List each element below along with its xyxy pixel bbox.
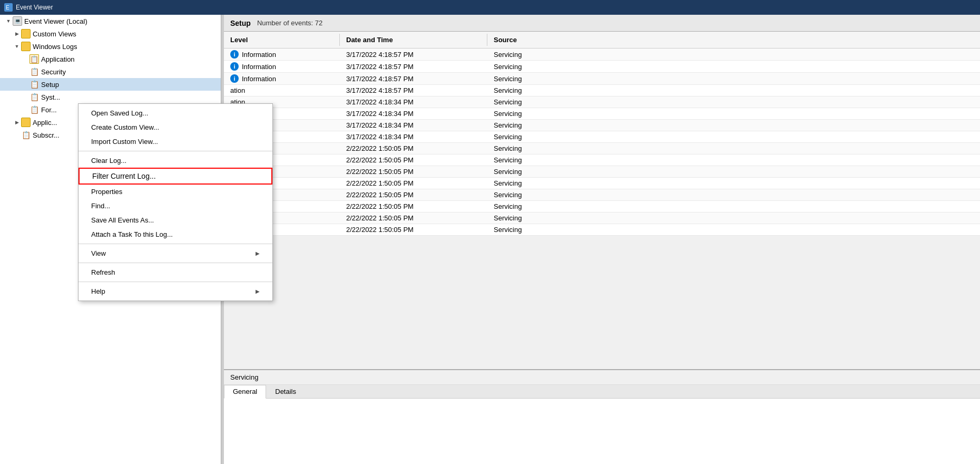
menu-label-help: Help — [91, 287, 105, 295]
table-header: Level Date and Time Source — [224, 32, 980, 49]
tree-label-forwarded: For... — [41, 106, 57, 114]
menu-label-save-all-events: Save All Events As... — [91, 216, 154, 224]
table-row[interactable]: ation2/22/2022 1:50:05 PMServicing — [224, 224, 980, 236]
title-bar-label: Event Viewer — [16, 4, 53, 11]
info-level-icon: i — [230, 62, 239, 71]
tab-general[interactable]: General — [224, 385, 266, 399]
event-datetime-cell: 3/17/2022 4:18:34 PM — [340, 120, 487, 131]
tree-root[interactable]: ▼ 💻 Event Viewer (Local) — [0, 15, 221, 27]
expand-icon-app-services: ▶ — [13, 118, 21, 127]
sidebar-item-security[interactable]: 📋 Security — [0, 65, 221, 78]
menu-item-clear-log[interactable]: Clear Log... — [79, 153, 272, 168]
menu-label-refresh: Refresh — [91, 268, 115, 276]
table-row[interactable]: ation2/22/2022 1:50:05 PMServicing — [224, 143, 980, 154]
tree-label-custom-views: Custom Views — [33, 30, 76, 38]
sidebar-item-application[interactable]: 📋 Application — [0, 53, 221, 65]
table-row[interactable]: ation3/17/2022 4:18:34 PMServicing — [224, 120, 980, 131]
event-datetime-cell: 2/22/2022 1:50:05 PM — [340, 166, 487, 177]
tree-label-subscriptions: Subscr... — [33, 131, 60, 139]
detail-content — [224, 399, 980, 464]
expand-icon-root: ▼ — [4, 17, 13, 25]
context-menu: Open Saved Log...Create Custom View...Im… — [78, 103, 273, 301]
event-source-cell: Servicing — [487, 143, 980, 154]
table-row[interactable]: iInformation3/17/2022 4:18:57 PMServicin… — [224, 61, 980, 73]
sidebar-item-windows-logs[interactable]: ▼ Windows Logs — [0, 40, 221, 53]
log-icon-security: 📋 — [30, 67, 39, 76]
tree-label-application: Application — [41, 55, 75, 63]
menu-item-save-all-events[interactable]: Save All Events As... — [79, 213, 272, 227]
tree-root-label: Event Viewer (Local) — [24, 17, 87, 25]
menu-item-refresh[interactable]: Refresh — [79, 265, 272, 279]
menu-item-create-custom-view[interactable]: Create Custom View... — [79, 120, 272, 134]
table-row[interactable]: ation2/22/2022 1:50:05 PMServicing — [224, 166, 980, 178]
table-row[interactable]: ation2/22/2022 1:50:05 PMServicing — [224, 189, 980, 201]
expand-icon-system — [21, 93, 30, 101]
event-count: Number of events: 72 — [257, 19, 322, 27]
event-level-text: Information — [242, 63, 276, 71]
table-row[interactable]: ation3/17/2022 4:18:34 PMServicing — [224, 108, 980, 120]
table-row[interactable]: iInformation3/17/2022 4:18:57 PMServicin… — [224, 49, 980, 61]
event-source-cell: Servicing — [487, 73, 980, 84]
table-row[interactable]: iInformation3/17/2022 4:18:57 PMServicin… — [224, 73, 980, 85]
title-bar: E Event Viewer — [0, 0, 980, 15]
table-row[interactable]: ation3/17/2022 4:18:34 PMServicing — [224, 96, 980, 108]
log-icon-application: 📋 — [30, 54, 39, 64]
sidebar-item-setup[interactable]: 📋 Setup — [0, 78, 221, 91]
menu-item-view[interactable]: View▶ — [79, 246, 272, 260]
expand-icon-security — [21, 67, 30, 76]
event-source-cell: Servicing — [487, 49, 980, 60]
table-row[interactable]: ation3/17/2022 4:18:34 PMServicing — [224, 131, 980, 143]
sidebar-item-custom-views[interactable]: ▶ Custom Views — [0, 27, 221, 40]
table-row[interactable]: ation3/17/2022 4:18:57 PMServicing — [224, 85, 980, 96]
event-source-cell: Servicing — [487, 108, 980, 119]
event-source-cell: Servicing — [487, 96, 980, 108]
info-level-icon: i — [230, 50, 239, 59]
event-level-text: ation — [230, 86, 245, 94]
event-source-cell: Servicing — [487, 166, 980, 177]
menu-item-help[interactable]: Help▶ — [79, 284, 272, 298]
menu-label-filter-current-log: Filter Current Log... — [92, 172, 156, 180]
log-icon-system: 📋 — [30, 92, 39, 102]
event-datetime-cell: 3/17/2022 4:18:57 PM — [340, 49, 487, 60]
menu-item-import-custom-view[interactable]: Import Custom View... — [79, 134, 272, 149]
folder-icon-custom-views — [21, 29, 31, 38]
app-icon: E — [4, 3, 13, 12]
menu-label-open-saved-log: Open Saved Log... — [91, 109, 148, 117]
event-source-cell: Servicing — [487, 61, 980, 72]
event-datetime-cell: 2/22/2022 1:50:05 PM — [340, 189, 487, 200]
menu-item-find[interactable]: Find... — [79, 199, 272, 213]
event-level-cell: ation — [224, 85, 340, 96]
log-icon-forwarded: 📋 — [30, 105, 39, 114]
event-source-cell: Servicing — [487, 131, 980, 142]
tree-label-system: Syst... — [41, 93, 60, 101]
table-row[interactable]: ation2/22/2022 1:50:05 PMServicing — [224, 201, 980, 212]
table-row[interactable]: ation2/22/2022 1:50:05 PMServicing — [224, 154, 980, 166]
menu-item-attach-task[interactable]: Attach a Task To this Log... — [79, 227, 272, 241]
table-row[interactable]: ation2/22/2022 1:50:05 PMServicing — [224, 212, 980, 224]
event-datetime-cell: 2/22/2022 1:50:05 PM — [340, 224, 487, 235]
sidebar-item-system[interactable]: 📋 Syst... — [0, 91, 221, 103]
svg-text:E: E — [6, 5, 9, 11]
info-level-icon: i — [230, 74, 239, 83]
event-datetime-cell: 3/17/2022 4:18:57 PM — [340, 61, 487, 72]
detail-tabs: General Details — [224, 385, 980, 399]
menu-label-view: View — [91, 249, 106, 257]
event-datetime-cell: 2/22/2022 1:50:05 PM — [340, 201, 487, 212]
menu-item-properties[interactable]: Properties — [79, 185, 272, 199]
menu-label-import-custom-view: Import Custom View... — [91, 138, 158, 146]
folder-icon-windows-logs — [21, 42, 31, 51]
menu-item-filter-current-log[interactable]: Filter Current Log... — [79, 168, 272, 185]
table-row[interactable]: ation2/22/2022 1:50:05 PMServicing — [224, 178, 980, 189]
submenu-arrow-icon: ▶ — [256, 288, 260, 294]
computer-icon: 💻 — [13, 16, 22, 26]
detail-source-text: Servicing — [230, 373, 258, 381]
expand-icon-forwarded — [21, 105, 30, 114]
detail-area: Servicing General Details — [224, 369, 980, 464]
event-datetime-cell: 2/22/2022 1:50:05 PM — [340, 143, 487, 154]
menu-separator — [79, 282, 272, 282]
menu-item-open-saved-log[interactable]: Open Saved Log... — [79, 106, 272, 120]
tab-details[interactable]: Details — [266, 385, 305, 398]
event-source-cell: Servicing — [487, 212, 980, 224]
event-datetime-cell: 3/17/2022 4:18:34 PM — [340, 131, 487, 142]
col-header-source: Source — [487, 34, 980, 46]
